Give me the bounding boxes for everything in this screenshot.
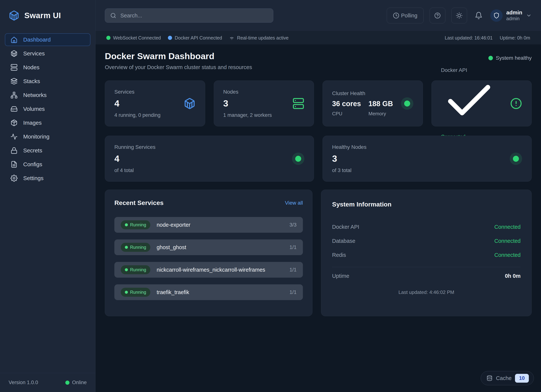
sidebar-item-volumes[interactable]: Volumes [5, 103, 90, 115]
swarm-logo-icon [9, 10, 20, 21]
last-updated-label: Last updated: 16:46:01 [445, 35, 493, 41]
system-info-row-docker-api: Docker API Connected [332, 220, 520, 234]
summary-cards-row: Running Services 4 of 4 total Healthy No… [105, 136, 532, 182]
services-card-label: Services [114, 89, 161, 95]
notifications-button[interactable] [473, 8, 484, 23]
sidebar-item-label: Nodes [23, 64, 40, 71]
lock-icon [10, 147, 18, 154]
search-box [105, 8, 273, 23]
service-replicas: 1/1 [289, 267, 297, 273]
running-dot-icon [125, 291, 128, 294]
polling-button[interactable]: Polling [387, 8, 424, 23]
theme-toggle-button[interactable] [451, 8, 467, 23]
status-label: Running [130, 222, 146, 227]
health-label: System healthy [496, 55, 532, 61]
sidebar-item-label: Monitoring [23, 133, 49, 140]
memory-value: 188 GB [368, 100, 393, 108]
avatar [490, 9, 503, 22]
service-row-nickcarroll-wireframes-nickcarroll-wireframes[interactable]: Running nickcarroll-wireframes_nickcarro… [114, 262, 303, 278]
brand: Swarm UI [0, 0, 95, 31]
nodes-card-sub: 1 manager, 2 workers [223, 112, 272, 118]
view-all-link[interactable]: View all [285, 200, 303, 206]
content-column: Polling admin admin [95, 0, 541, 392]
page-title: Docker Swarm Dashboard [105, 51, 252, 61]
running-services-pulse-icon [292, 152, 304, 165]
recent-services-title: Recent Services [114, 199, 164, 206]
check-icon [441, 127, 497, 130]
services-card[interactable]: Services 4 4 running, 0 pending [105, 80, 205, 126]
help-circle-icon [434, 12, 441, 19]
sidebar-item-services[interactable]: Services [5, 47, 90, 60]
running-services-label: Running Services [114, 144, 155, 150]
running-services-card[interactable]: Running Services 4 of 4 total [105, 136, 314, 182]
cache-label: Cache [496, 375, 512, 381]
system-info-row-database: Database Connected [332, 234, 520, 248]
polling-label: Polling [401, 13, 417, 19]
healthy-nodes-card[interactable]: Healthy Nodes 3 of 3 total [323, 136, 532, 182]
sidebar-nav: Dashboard Services Nodes Stacks [0, 31, 95, 373]
cache-button[interactable]: Cache 10 [481, 371, 534, 385]
memory-label: Memory [368, 111, 393, 117]
online-label: Online [72, 380, 87, 386]
user-role: admin [506, 16, 522, 21]
docker-api-card-label: Docker API [441, 67, 497, 73]
sidebar-item-configs[interactable]: Configs [5, 158, 90, 171]
running-dot-icon [125, 246, 128, 249]
websocket-label: WebSocket Connected [113, 35, 161, 41]
docker-api-status: Docker API Connected [168, 35, 222, 41]
running-services-sub: of 4 total [114, 167, 155, 173]
sidebar-item-label: Networks [23, 92, 47, 98]
service-row-ghost-ghost[interactable]: Running ghost_ghost 1/1 [114, 240, 303, 255]
cluster-health-card[interactable]: Cluster Health 36 cores CPU 188 GB Memor… [323, 80, 423, 126]
sidebar-item-networks[interactable]: Networks [5, 89, 90, 101]
sidebar-item-settings[interactable]: Settings [5, 172, 90, 185]
service-row-traefik-traefik[interactable]: Running traefik_traefik 1/1 [114, 284, 303, 300]
settings-icon [10, 175, 18, 182]
realtime-status: Real-time updates active [229, 35, 288, 41]
shield-icon [493, 12, 500, 19]
file-text-icon [10, 161, 18, 168]
sidebar-item-stacks[interactable]: Stacks [5, 75, 90, 88]
sidebar-item-nodes[interactable]: Nodes [5, 61, 90, 74]
system-information-panel: System Information Docker API Connected … [321, 190, 532, 316]
system-info-value: Connected [494, 238, 520, 244]
service-name: ghost_ghost [157, 244, 283, 251]
search-input[interactable] [120, 13, 268, 19]
service-replicas: 1/1 [289, 289, 297, 295]
nodes-card-value: 3 [223, 98, 272, 109]
divider [332, 267, 520, 267]
online-status: Online [65, 380, 87, 386]
user-menu[interactable]: admin admin [490, 9, 532, 22]
uptime-row-label: Uptime [332, 273, 349, 279]
status-label: Running [130, 267, 146, 272]
server-icon [10, 64, 18, 71]
service-replicas: 3/3 [289, 222, 297, 228]
online-dot-icon [65, 381, 69, 385]
topbar: Polling admin admin [95, 0, 541, 31]
system-info-label: Docker API [332, 224, 359, 230]
system-last-updated: Last updated: 4:46:02 PM [332, 289, 520, 295]
sidebar-item-images[interactable]: Images [5, 116, 90, 129]
sidebar-item-label: Volumes [23, 106, 45, 112]
sidebar-item-label: Configs [23, 161, 42, 167]
sidebar-item-dashboard[interactable]: Dashboard [5, 33, 90, 46]
home-icon [10, 36, 18, 43]
sun-icon [456, 12, 462, 19]
docker-api-label: Docker API Connected [175, 35, 222, 41]
running-dot-icon [125, 223, 128, 226]
docker-api-card[interactable]: Docker API Connected [432, 80, 532, 126]
main-content: Docker Swarm Dashboard Overview of your … [95, 45, 541, 392]
help-button[interactable] [430, 8, 445, 23]
sidebar-item-monitoring[interactable]: Monitoring [5, 130, 90, 143]
sidebar-item-secrets[interactable]: Secrets [5, 144, 90, 157]
service-row-node-exporter[interactable]: Running node-exporter 3/3 [114, 217, 303, 233]
bell-icon [475, 12, 483, 20]
sidebar-item-label: Stacks [23, 78, 40, 84]
status-label: Running [130, 245, 146, 250]
cpu-label: CPU [332, 111, 361, 117]
clock-icon [393, 12, 399, 19]
sidebar-item-label: Images [23, 120, 42, 126]
service-name: nickcarroll-wireframes_nickcarroll-wiref… [157, 267, 283, 273]
nodes-card[interactable]: Nodes 3 1 manager, 2 workers [214, 80, 314, 126]
healthy-nodes-label: Healthy Nodes [332, 144, 367, 150]
